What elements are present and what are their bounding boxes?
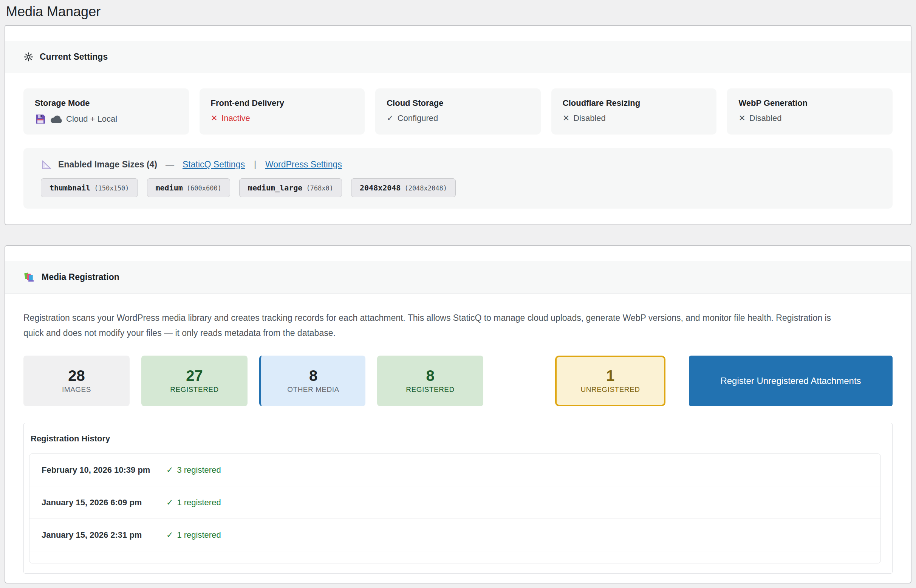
badge-name: thumbnail xyxy=(50,183,90,192)
card-label: Cloud Storage xyxy=(386,98,530,108)
card-value: ✕ Disabled xyxy=(563,113,706,123)
badge-dims: (150x150) xyxy=(94,184,129,192)
size-badge-thumbnail: thumbnail (150x150) xyxy=(41,178,138,197)
current-settings-header: Current Settings xyxy=(5,41,911,73)
badge-name: medium xyxy=(156,183,183,192)
ruler-icon xyxy=(41,159,52,170)
enabled-image-sizes-box: Enabled Image Sizes (4) — StaticQ Settin… xyxy=(23,148,893,208)
stat-value: 1 xyxy=(606,368,614,383)
stat-label: REGISTERED xyxy=(406,386,455,394)
cloud-storage-value: Configured xyxy=(397,113,438,123)
card-label: Front-end Delivery xyxy=(211,98,354,108)
stat-value: 8 xyxy=(309,368,317,383)
card-value: ✕ Inactive xyxy=(211,113,354,123)
history-date: January 15, 2026 6:09 pm xyxy=(42,498,166,507)
setting-card-cloud-storage: Cloud Storage ✓ Configured xyxy=(375,89,541,134)
setting-card-webp-generation: WebP Generation ✕ Disabled xyxy=(727,89,893,134)
history-status: ✓ 1 registered xyxy=(166,498,221,507)
stat-box-images: 28 IMAGES xyxy=(23,355,129,406)
stat-box-other-registered: 8 REGISTERED xyxy=(377,355,483,406)
current-settings-panel: Current Settings Storage Mode xyxy=(5,25,911,225)
cross-icon: ✕ xyxy=(563,113,569,123)
settings-cards-row: Storage Mode xyxy=(23,89,893,134)
current-settings-title: Current Settings xyxy=(40,52,108,62)
history-status: ✓ 1 registered xyxy=(166,530,221,540)
card-label: Storage Mode xyxy=(35,98,178,108)
media-registration-title: Media Registration xyxy=(42,272,120,282)
size-badge-2048: 2048x2048 (2048x2048) xyxy=(351,178,456,197)
check-icon: ✓ xyxy=(386,113,393,123)
check-icon: ✓ xyxy=(166,498,173,507)
card-value: ✓ Configured xyxy=(386,113,530,123)
registration-history-list: February 10, 2026 10:39 pm ✓ 3 registere… xyxy=(29,454,881,564)
em-dash-separator: — xyxy=(163,160,176,170)
wordpress-settings-link[interactable]: WordPress Settings xyxy=(265,160,342,170)
history-status: ✓ 3 registered xyxy=(166,465,221,475)
card-label: WebP Generation xyxy=(738,98,881,108)
media-registration-body: Registration scans your WordPress media … xyxy=(5,294,911,583)
badge-name: medium_large xyxy=(248,183,303,192)
registration-history-box: Registration History February 10, 2026 1… xyxy=(23,423,893,573)
card-value: Cloud + Local xyxy=(35,113,178,125)
media-manager-page: Media Manager Current Settings Storage M… xyxy=(0,0,916,588)
check-icon: ✓ xyxy=(166,465,173,475)
badge-dims: (2048x2048) xyxy=(404,184,447,192)
stat-label: IMAGES xyxy=(62,386,91,394)
storage-mode-value: Cloud + Local xyxy=(66,114,117,124)
check-icon: ✓ xyxy=(166,530,173,540)
history-status-text: 1 registered xyxy=(177,498,221,507)
size-badges-row: thumbnail (150x150) medium (600x600) med… xyxy=(41,178,875,197)
gear-icon xyxy=(23,52,34,62)
cloud-icon xyxy=(50,115,62,124)
history-status-text: 3 registered xyxy=(177,465,221,475)
stat-value: 8 xyxy=(426,368,434,383)
image-sizes-title-row: Enabled Image Sizes (4) — StaticQ Settin… xyxy=(41,159,875,170)
webp-generation-value: Disabled xyxy=(750,113,782,123)
history-row: February 10, 2026 10:39 pm ✓ 3 registere… xyxy=(29,454,880,486)
cross-icon: ✕ xyxy=(211,113,218,123)
setting-card-frontend-delivery: Front-end Delivery ✕ Inactive xyxy=(200,89,365,134)
link-divider: | xyxy=(251,160,259,170)
history-row: January 15, 2026 6:09 pm ✓ 1 registered xyxy=(29,486,880,519)
badge-dims: (600x600) xyxy=(187,184,221,192)
stat-value: 27 xyxy=(186,368,203,383)
stat-label: UNREGISTERED xyxy=(581,386,640,394)
stats-row: 28 IMAGES 27 REGISTERED 8 OTHER MEDIA 8 … xyxy=(23,355,893,406)
floppy-disk-icon xyxy=(35,113,46,125)
card-value: ✕ Disabled xyxy=(738,113,881,123)
size-badge-medium: medium (600x600) xyxy=(147,178,230,197)
media-registration-panel: Media Registration Registration scans yo… xyxy=(5,245,911,583)
stat-box-other-media: 8 OTHER MEDIA xyxy=(259,355,365,406)
image-sizes-title: Enabled Image Sizes (4) xyxy=(58,160,157,170)
size-badge-medium-large: medium_large (768x0) xyxy=(239,178,342,197)
books-icon xyxy=(23,272,36,283)
register-unregistered-button[interactable]: Register Unregistered Attachments xyxy=(689,355,893,406)
stat-value: 28 xyxy=(68,368,85,383)
stat-box-unregistered: 1 UNREGISTERED xyxy=(555,355,666,406)
stat-box-images-registered: 27 REGISTERED xyxy=(141,355,247,406)
history-date: February 10, 2026 10:39 pm xyxy=(42,465,166,475)
history-row-empty xyxy=(29,551,880,563)
media-registration-header: Media Registration xyxy=(5,261,911,294)
registration-history-title: Registration History xyxy=(29,434,881,444)
history-date: January 15, 2026 2:31 pm xyxy=(42,530,166,540)
history-status-text: 1 registered xyxy=(177,530,221,540)
panel-top-spacer xyxy=(5,26,911,41)
page-title: Media Manager xyxy=(5,2,911,25)
badge-name: 2048x2048 xyxy=(360,183,401,192)
current-settings-body: Storage Mode xyxy=(5,73,911,225)
frontend-delivery-value: Inactive xyxy=(221,113,250,123)
panel-top-spacer xyxy=(5,246,911,261)
cloudflare-resizing-value: Disabled xyxy=(573,113,606,123)
staticq-settings-link[interactable]: StaticQ Settings xyxy=(183,160,245,170)
setting-card-cloudflare-resizing: Cloudflare Resizing ✕ Disabled xyxy=(551,89,717,134)
stat-label: OTHER MEDIA xyxy=(287,386,339,394)
stat-label: REGISTERED xyxy=(170,386,219,394)
badge-dims: (768x0) xyxy=(306,184,333,192)
setting-card-storage-mode: Storage Mode xyxy=(23,89,189,134)
card-label: Cloudflare Resizing xyxy=(563,98,706,108)
registration-description: Registration scans your WordPress media … xyxy=(23,310,836,341)
cross-icon: ✕ xyxy=(738,113,745,123)
history-row: January 15, 2026 2:31 pm ✓ 1 registered xyxy=(29,519,880,551)
